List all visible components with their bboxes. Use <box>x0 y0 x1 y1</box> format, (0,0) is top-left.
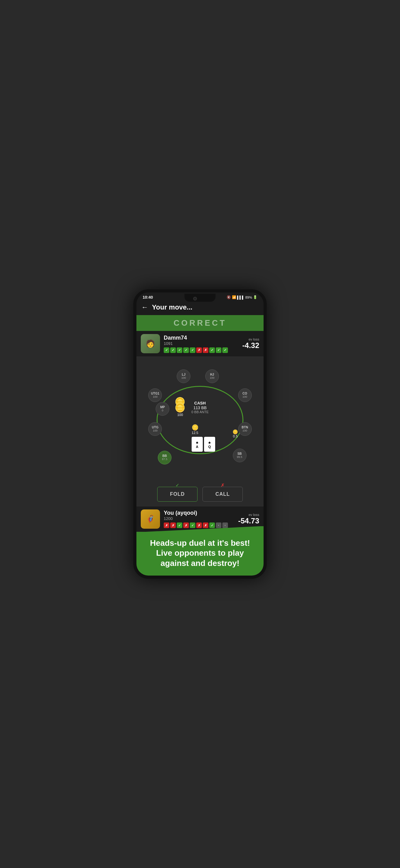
badge-5: ✓ <box>190 347 195 353</box>
seat-utg1: UTG1 100 <box>148 389 162 402</box>
avatar2-image: 🦸 <box>141 509 160 529</box>
seat-lj: LJ 100 <box>177 369 190 383</box>
seat-sb-circle: SB 99.5 <box>233 448 246 462</box>
p2-badge-1: ✗ <box>164 523 169 528</box>
card1-rank: A <box>196 445 198 448</box>
fold-label: FOLD <box>170 491 185 497</box>
player1-avatar: 🧑 <box>141 334 160 353</box>
poker-table-section: CASH 113 BB 0 BB ANTE LJ 100 HJ 10 <box>136 356 264 484</box>
p2-badge-4: ✗ <box>183 523 189 528</box>
player1-row: 🧑 Damm74 1091 ✓ ✓ ✓ ✓ ✓ ✗ ✗ ✓ ✓ ✓ <box>136 331 264 356</box>
badge-10: ✓ <box>222 347 228 353</box>
promo-text: Heads-up duel at it's best! Live opponen… <box>144 538 256 568</box>
hole-cards: ♠ A ♠ Q <box>192 437 215 452</box>
p2-badge-6: ✗ <box>196 523 202 528</box>
badge-2: ✓ <box>170 347 176 353</box>
fold-indicator: ✓ <box>175 483 179 488</box>
seat-sb: SB 99.5 <box>233 448 246 462</box>
badge-1: ✓ <box>164 347 169 353</box>
notch <box>185 294 215 302</box>
game-type: CASH <box>191 401 209 405</box>
back-button[interactable]: ← <box>141 303 148 311</box>
status-time: 10:40 <box>143 295 153 300</box>
player2-ev-value: -54.73 <box>238 517 259 525</box>
player1-badges: ✓ ✓ ✓ ✓ ✓ ✗ ✗ ✓ ✓ ✓ <box>164 347 238 353</box>
seat-btn-label: BTN <box>241 426 248 429</box>
seat-bb-circle: BB 87.5 <box>158 451 171 464</box>
seat-co-stack: 100 <box>242 395 247 398</box>
action-buttons: ✓ FOLD ✗ CALL <box>136 484 264 506</box>
wifi-icon: 📶 <box>232 295 236 299</box>
card2-rank: Q <box>208 445 211 448</box>
seat-hj-circle: HJ 100 <box>205 369 219 383</box>
seat-mp-label: MP <box>160 405 165 409</box>
avatar-image: 🧑 <box>141 334 160 353</box>
battery-icon: 🔋 <box>253 295 257 299</box>
camera <box>193 297 197 301</box>
seat-hj-label: HJ <box>210 373 214 376</box>
player1-ev-value: -4.32 <box>242 341 259 350</box>
card-queen-spades: ♠ Q <box>204 437 215 452</box>
seat-utg: UTG 100 <box>148 422 162 436</box>
call-button[interactable]: ✗ CALL <box>202 487 243 502</box>
seat-btn-circle: BTN 100 <box>238 422 252 436</box>
p2-badge-9: · <box>216 523 222 528</box>
player2-name: You (ayqooi) <box>164 510 234 516</box>
seat-utg-label: UTG <box>152 426 159 429</box>
seat-hj: HJ 100 <box>205 369 219 383</box>
app-header: ← Your move... <box>136 301 264 315</box>
seat-utg1-stack: 100 <box>153 395 158 398</box>
p2-badge-7: ✗ <box>203 523 208 528</box>
seat-lj-label: LJ <box>182 373 186 376</box>
seat-utg1-label: UTG1 <box>151 392 159 395</box>
fold-button[interactable]: ✓ FOLD <box>157 487 198 502</box>
seat-sb-label: SB <box>237 452 242 456</box>
phone-device: 10:40 🔇 📶 ▌▌▌ 89% 🔋 ← Your move... CORRE… <box>133 289 267 579</box>
status-icons: 🔇 📶 ▌▌▌ 89% 🔋 <box>227 295 257 299</box>
correct-banner: CORRECT <box>136 315 264 331</box>
page-title: Your move... <box>152 303 192 311</box>
player2-ev: ev loss -54.73 <box>238 513 259 525</box>
seat-mp-circle: MP 0 <box>156 402 169 416</box>
seat-sb-stack: 99.5 <box>237 456 242 459</box>
p2-badge-2: ✗ <box>170 523 176 528</box>
chip-mp-value: 100 <box>174 413 186 416</box>
seat-bb: BB 87.5 <box>158 451 171 464</box>
p2-badge-8: ✓ <box>209 523 215 528</box>
badge-8: ✓ <box>209 347 215 353</box>
seat-bb-label: BB <box>163 454 167 458</box>
badge-9: ✓ <box>216 347 222 353</box>
seat-co: CO 100 <box>238 389 252 402</box>
promo-section: Heads-up duel at it's best! Live opponen… <box>136 532 264 576</box>
badge-7: ✗ <box>203 347 208 353</box>
seat-utg-circle: UTG 100 <box>148 422 162 436</box>
player1-ev: ev loss -4.32 <box>242 337 259 350</box>
badge-6: ✗ <box>196 347 202 353</box>
seat-utg1-circle: UTG1 100 <box>148 389 162 402</box>
player2-badges: ✗ ✗ ✓ ✗ ✓ ✗ ✗ ✓ · · <box>164 523 234 528</box>
p2-badge-10: · <box>222 523 228 528</box>
badge-4: ✓ <box>183 347 189 353</box>
seat-co-label: CO <box>242 392 247 395</box>
chip-sb-value: 0.5 <box>233 434 238 438</box>
player2-avatar: 🦸 <box>141 509 160 529</box>
seat-utg-stack: 100 <box>153 429 158 432</box>
card-ace-spades: ♠ A <box>192 437 203 452</box>
card2-suit: ♠ <box>208 440 210 445</box>
ante-label: 0 BB ANTE <box>191 410 209 414</box>
phone-screen: 10:40 🔇 📶 ▌▌▌ 89% 🔋 ← Your move... CORRE… <box>136 292 264 576</box>
seat-hj-stack: 100 <box>210 376 214 379</box>
seat-lj-stack: 100 <box>181 376 186 379</box>
p2-badge-5: ✓ <box>190 523 195 528</box>
badge-3: ✓ <box>177 347 182 353</box>
chip-bb-bet: 🪙 12.5 <box>192 424 198 435</box>
chip-sb-bet: 🪙 0.5 <box>233 429 238 438</box>
p2-badge-3: ✓ <box>177 523 182 528</box>
bb-count: 113 BB <box>191 405 209 410</box>
battery-text: 89% <box>245 296 252 299</box>
signal-icon: ▌▌▌ <box>237 296 244 299</box>
table-center-info: CASH 113 BB 0 BB ANTE <box>191 401 209 414</box>
player2-ev-label: ev loss <box>238 513 259 517</box>
seat-btn: BTN 100 <box>238 422 252 436</box>
seat-mp: MP 0 <box>156 402 169 416</box>
